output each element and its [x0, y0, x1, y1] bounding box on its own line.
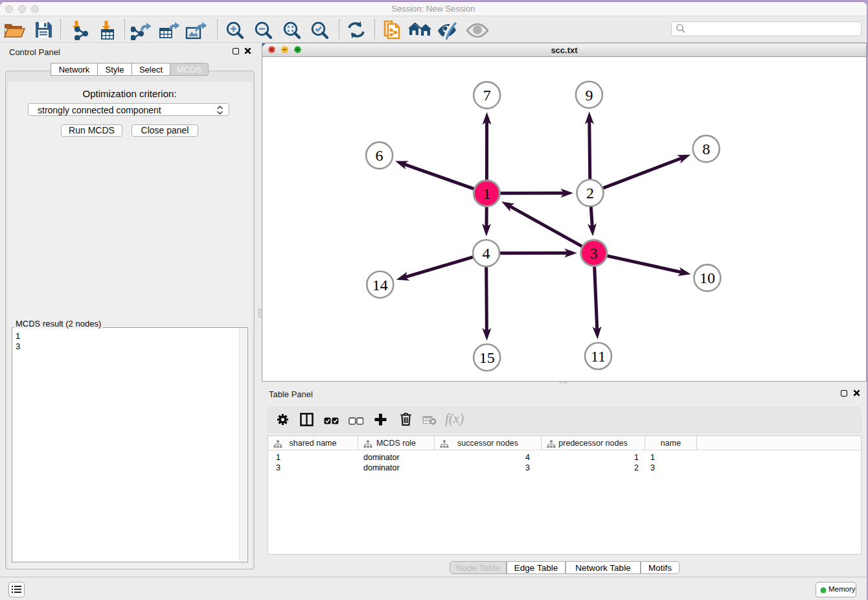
svg-text:4: 4 — [483, 245, 490, 262]
svg-text:8: 8 — [702, 141, 710, 157]
svg-text:1: 1 — [483, 185, 490, 202]
svg-text:14: 14 — [372, 277, 388, 294]
svg-text:11: 11 — [591, 348, 606, 365]
svg-text:7: 7 — [483, 87, 491, 104]
svg-text:6: 6 — [376, 147, 383, 164]
svg-text:15: 15 — [479, 349, 495, 366]
svg-text:10: 10 — [700, 270, 715, 286]
svg-text:2: 2 — [586, 185, 594, 202]
svg-text:3: 3 — [590, 245, 598, 262]
svg-text:9: 9 — [585, 87, 593, 104]
